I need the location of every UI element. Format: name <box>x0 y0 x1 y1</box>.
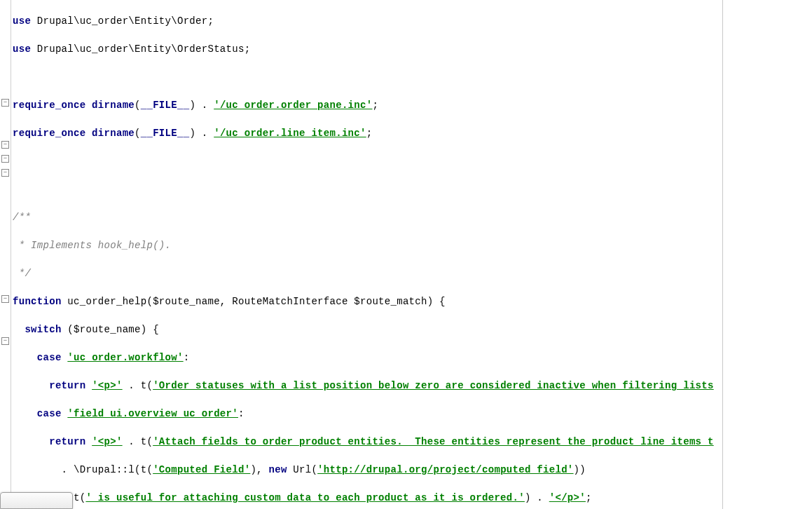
fold-marker[interactable] <box>1 169 9 177</box>
fold-marker[interactable] <box>1 337 9 345</box>
right-margin-guide <box>722 0 723 509</box>
popup-window-corner[interactable] <box>0 492 73 509</box>
fold-marker[interactable] <box>1 155 9 163</box>
fold-marker[interactable] <box>1 141 9 149</box>
code-editor[interactable]: use Drupal\uc_order\Entity\Order; use Dr… <box>11 0 812 509</box>
fold-marker[interactable] <box>1 99 9 107</box>
fold-gutter <box>0 0 11 509</box>
fold-marker[interactable] <box>1 295 9 303</box>
code-content: use Drupal\uc_order\Entity\Order; use Dr… <box>11 0 714 509</box>
